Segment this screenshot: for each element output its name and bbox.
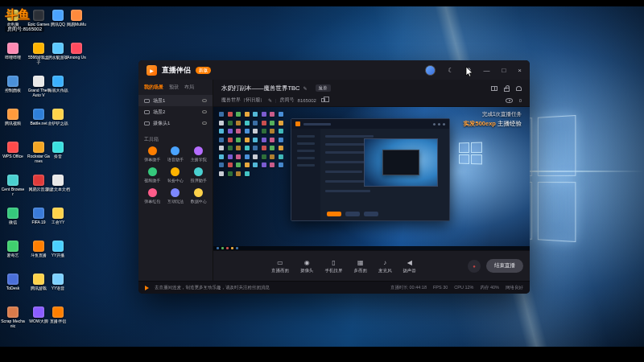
desktop-icon[interactable]: YY语音	[46, 274, 70, 302]
scene-visibility-eye-icon[interactable]	[202, 99, 207, 102]
toolbox-item-label: 弹幕助手	[144, 157, 160, 162]
user-avatar[interactable]	[425, 65, 436, 76]
desktop-icon-label: Cent Browser	[1, 187, 25, 197]
stream-category: 魔兽世界（怀旧服）	[221, 97, 265, 104]
toolbox-item[interactable]: 语音助手	[164, 146, 188, 162]
toolbar-button[interactable]: ▦ 多画面	[354, 259, 368, 274]
scene-item[interactable]: 场景1	[138, 95, 213, 106]
desktop-icon-label: 哔哩哔哩	[5, 56, 21, 60]
toolbox-item[interactable]: 视频助手	[141, 167, 164, 183]
captured-desktop-icon	[262, 138, 266, 142]
toolbox-item[interactable]: 互动玩法	[164, 188, 188, 204]
desktop-icon[interactable]: 海底大作战	[46, 76, 70, 105]
captured-desktop-icon	[279, 121, 283, 125]
toolbar-button-label: 直播画面	[271, 268, 289, 274]
captured-desktop-icon	[270, 121, 275, 125]
desktop-icon-image	[7, 109, 19, 120]
toolbox-item-label: 语音助手	[167, 157, 184, 162]
category-tag[interactable]: 魔兽	[316, 84, 331, 92]
copy-room-id-icon[interactable]	[321, 98, 325, 102]
captured-desktop-icon	[279, 146, 283, 150]
captured-desktop-icon	[245, 129, 250, 134]
desktop-icon[interactable]: 腾讯视频	[1, 109, 25, 138]
live-preview-area[interactable]: 完成1次直播任务 实发500exp 主播经验	[213, 107, 530, 250]
scene-visibility-eye-icon[interactable]	[202, 110, 207, 113]
scene-item[interactable]: 摄像头1	[138, 117, 213, 129]
sidebar-tab[interactable]: 我的场景	[144, 84, 163, 91]
theme-icon[interactable]: ☾	[448, 67, 453, 74]
desktop-icon[interactable]: Scrap Mechanic	[1, 306, 25, 335]
captured-desktop-icon	[236, 121, 241, 125]
scene-icon	[144, 121, 150, 125]
captured-desktop-icon	[236, 146, 241, 150]
desktop-icon[interactable]: 控制面板	[1, 76, 25, 105]
desktop-icon-label: FIFA 19	[31, 220, 45, 225]
captured-desktop-icon	[236, 112, 241, 117]
toolbox-item[interactable]: 投屏助手	[187, 167, 210, 183]
desktop-icon[interactable]: 直播伴侣	[46, 306, 70, 335]
toolbar-button[interactable]: ◉ 摄像头	[300, 259, 314, 274]
toolbox-item[interactable]: 主播学院	[187, 146, 210, 162]
scene-item[interactable]: 场景2	[138, 106, 213, 117]
desktop-icon[interactable]: 爱奇艺	[1, 241, 25, 269]
captured-desktop-icon	[236, 162, 241, 167]
toolbar-button-icon: ▭	[277, 259, 283, 267]
sidebar-tab[interactable]: 布局	[184, 84, 194, 91]
stream-stat: 内存 40%	[480, 285, 499, 290]
desktop-icon[interactable]: 金铲铲之战	[46, 109, 70, 138]
desktop-icon-label: YY语音	[52, 286, 65, 291]
desktop-icon[interactable]: 微信	[1, 208, 25, 237]
scene-visibility-eye-icon[interactable]	[202, 121, 207, 125]
sidebar-tab[interactable]: 预设	[169, 84, 179, 91]
toolbar-button[interactable]: ▯ 手机投屏	[325, 259, 343, 274]
desktop-icon[interactable]: 哔哩哔哩	[1, 43, 25, 72]
edit-category-icon[interactable]: ✎	[268, 97, 272, 103]
captured-desktop-icon	[245, 112, 250, 117]
scene-sidebar: 我的场景预设布局 场景1 场景2	[138, 80, 213, 281]
toolbar-buttons: ▭ 直播画面 ◉ 摄像头 ▯ 手机投屏	[220, 259, 468, 274]
desktop-icon[interactable]: Cent Browser	[1, 175, 25, 204]
gift-icon[interactable]	[491, 86, 497, 91]
desktop-icon-image	[52, 306, 64, 318]
record-button[interactable]: ●	[468, 260, 481, 273]
stop-stream-button[interactable]: 结束直播	[486, 259, 523, 273]
desktop-icon-label: 控制面板	[5, 88, 21, 93]
desktop-icon[interactable]: YY开播	[46, 241, 70, 269]
toolbox-item[interactable]: 数据中心	[187, 188, 210, 204]
desktop-icon[interactable]: 新建文本文档	[46, 175, 70, 204]
desktop-icon[interactable]: 抖音	[46, 142, 70, 171]
lock-icon[interactable]	[504, 88, 510, 92]
toolbar-button-icon: ▦	[357, 259, 364, 267]
desktop-icon-image	[52, 76, 64, 87]
close-button[interactable]: ×	[518, 67, 522, 74]
edit-title-icon[interactable]: ✎	[303, 85, 308, 91]
maximize-button[interactable]: □	[502, 67, 506, 74]
captured-desktop-icon	[228, 171, 233, 176]
desktop-icon[interactable]: WPS Office	[1, 142, 25, 171]
toolbar-button[interactable]: ▭ 直播画面	[271, 259, 289, 274]
toolbox-item[interactable]: 弹幕红包	[141, 188, 164, 204]
desktop-icon[interactable]: 工会YY	[46, 208, 70, 237]
toolbox-item[interactable]: 弹幕助手	[141, 146, 164, 162]
toolbox-title: 工具箱	[138, 129, 213, 146]
desktop-icon[interactable]: ToDesk	[1, 274, 25, 302]
toolbox-item-icon	[171, 146, 180, 155]
desktop-icon-column: 网易MuMu Among Us	[64, 10, 89, 72]
captured-desktop-icon	[236, 154, 241, 159]
toolbox-item[interactable]: 装扮中心	[164, 167, 188, 183]
bell-icon[interactable]	[516, 86, 522, 91]
desktop-icon[interactable]: 网易MuMu	[64, 10, 89, 39]
toolbar-button[interactable]: ♪ 麦克风	[378, 259, 392, 274]
minimize-button[interactable]: —	[483, 67, 489, 74]
desktop-icon-label: Among Us	[67, 56, 85, 60]
room-label: 房间号	[280, 97, 295, 104]
toolbar-button[interactable]: ◀ 扬声器	[403, 259, 417, 274]
captured-desktop-icon	[219, 112, 224, 117]
desktop-icon-image	[7, 241, 19, 252]
app-toolbar: ▭ 直播画面 ◉ 摄像头 ▯ 手机投屏	[213, 250, 530, 281]
toolbox-item-label: 数据中心	[191, 199, 207, 204]
stream-watermark: 斗鱼 房间号:8165002	[5, 8, 44, 33]
scene-icon	[144, 110, 150, 114]
stream-info-bar: 水奶打副本——魔兽世界TBC ✎ 魔兽 魔兽世界（怀旧服） ✎ | 房	[213, 80, 530, 107]
desktop-icon[interactable]: Among Us	[64, 43, 89, 72]
